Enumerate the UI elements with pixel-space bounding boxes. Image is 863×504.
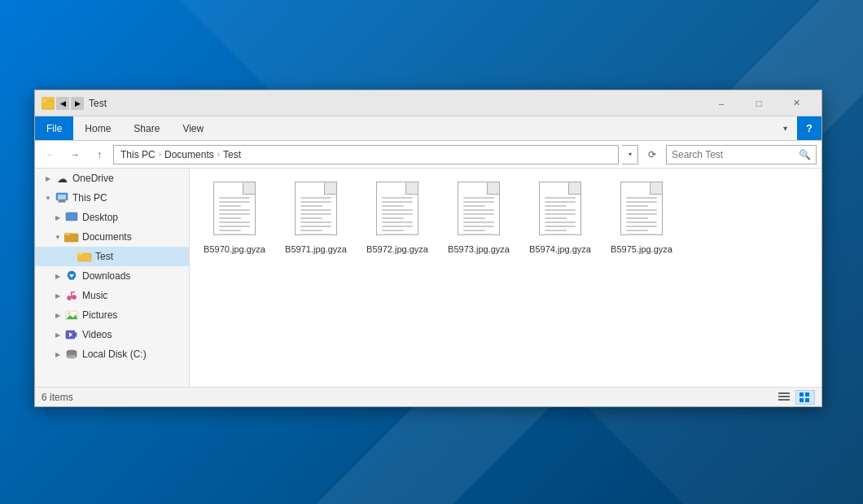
file-name: B5974.jpg.gyza <box>529 243 591 255</box>
file-icon <box>211 182 258 240</box>
desktop-expand-icon[interactable]: ▶ <box>51 211 64 224</box>
svg-rect-31 <box>778 399 790 401</box>
test-folder-icon <box>77 250 92 263</box>
doc-line <box>545 201 576 203</box>
svg-point-15 <box>68 296 72 300</box>
doc-line <box>545 226 576 227</box>
test-expand-icon: ▶ <box>64 250 77 263</box>
svg-rect-34 <box>799 398 804 402</box>
close-button[interactable]: ✕ <box>778 90 815 116</box>
nav-up-button[interactable]: ↑ <box>89 144 110 165</box>
details-view-button[interactable] <box>774 390 794 405</box>
doc-line <box>545 209 576 211</box>
svg-rect-4 <box>58 195 66 199</box>
ribbon-expand-icon[interactable]: ▾ <box>773 116 797 140</box>
search-icon[interactable]: 🔍 <box>799 149 811 160</box>
quick-access-back-icon[interactable]: ◀ <box>56 97 69 110</box>
thispc-icon <box>55 191 69 204</box>
file-icon <box>455 182 502 240</box>
sidebar-item-music[interactable]: ▶ Music <box>35 286 189 305</box>
sidebar-item-test[interactable]: ▶ Test <box>35 247 189 266</box>
tab-home[interactable]: Home <box>73 116 122 140</box>
sidebar-item-onedrive[interactable]: ▶ ☁ OneDrive <box>35 169 189 188</box>
doc-line <box>219 205 241 207</box>
nav-forward-button[interactable]: → <box>64 144 85 165</box>
file-name: B5970.jpg.gyza <box>204 243 265 255</box>
file-item[interactable]: B5975.jpg.gyza <box>605 177 678 260</box>
onedrive-label: OneDrive <box>72 173 114 184</box>
doc-line <box>626 226 657 227</box>
doc-line <box>626 197 657 199</box>
onedrive-icon: ☁ <box>55 172 69 185</box>
downloads-icon <box>64 270 79 283</box>
sidebar-item-videos[interactable]: ▶ Videos <box>35 325 189 344</box>
file-item[interactable]: B5971.jpg.gyza <box>279 177 353 260</box>
doc-line <box>626 234 657 235</box>
doc-line <box>463 201 494 203</box>
svg-rect-5 <box>59 200 65 202</box>
path-documents[interactable]: Documents <box>163 149 216 160</box>
sidebar-item-localdisk[interactable]: ▶ Local Disk (C:) <box>35 344 189 364</box>
minimize-button[interactable]: – <box>703 90 740 116</box>
svg-rect-18 <box>71 291 75 293</box>
file-item[interactable]: B5974.jpg.gyza <box>523 177 597 260</box>
onedrive-expand-icon[interactable]: ▶ <box>42 172 55 185</box>
file-item[interactable]: B5973.jpg.gyza <box>442 177 515 260</box>
search-input[interactable] <box>672 149 795 160</box>
tab-file[interactable]: File <box>35 116 73 140</box>
doc-line <box>382 226 413 227</box>
sidebar-item-thispc[interactable]: ▼ This PC <box>35 188 189 208</box>
doc-line <box>219 209 250 211</box>
downloads-label: Downloads <box>82 270 130 282</box>
pictures-expand-icon[interactable]: ▶ <box>51 309 64 322</box>
sidebar-item-documents[interactable]: ▼ Documents <box>35 227 189 247</box>
svg-rect-30 <box>778 396 790 397</box>
file-icon <box>618 182 665 240</box>
doc-line <box>219 221 250 223</box>
tab-view[interactable]: View <box>171 116 215 140</box>
documents-icon <box>64 230 79 243</box>
pictures-icon <box>64 309 79 322</box>
file-icon <box>292 182 340 240</box>
address-dropdown-button[interactable]: ▾ <box>622 145 638 164</box>
address-path[interactable]: This PC › Documents › Test <box>113 145 619 164</box>
view-buttons <box>774 390 815 405</box>
music-expand-icon[interactable]: ▶ <box>51 289 64 302</box>
path-arrow-1: › <box>159 150 161 159</box>
doc-line <box>463 205 485 207</box>
refresh-button[interactable]: ⟳ <box>642 144 663 165</box>
desktop-label: Desktop <box>82 212 118 223</box>
nav-back-button[interactable]: ← <box>40 144 61 165</box>
downloads-expand-icon[interactable]: ▶ <box>51 270 64 283</box>
file-icon <box>374 182 421 240</box>
doc-line <box>463 226 494 227</box>
large-icons-view-button[interactable] <box>795 390 815 405</box>
file-item[interactable]: B5970.jpg.gyza <box>198 177 271 260</box>
documents-expand-icon[interactable]: ▼ <box>51 230 64 243</box>
doc-line <box>463 197 494 199</box>
videos-icon <box>64 328 79 341</box>
file-name: B5972.jpg.gyza <box>366 243 428 255</box>
sidebar-item-pictures[interactable]: ▶ Pictures <box>35 305 189 325</box>
ribbon-help-button[interactable]: ? <box>797 116 821 140</box>
path-this-pc[interactable]: This PC <box>119 149 157 160</box>
localdisk-icon <box>64 348 79 361</box>
doc-line <box>382 221 413 223</box>
search-box[interactable]: 🔍 <box>666 145 817 164</box>
doc-line <box>545 205 567 207</box>
videos-label: Videos <box>82 329 112 340</box>
thispc-expand-icon[interactable]: ▼ <box>42 191 55 204</box>
sidebar-item-desktop[interactable]: ▶ Desktop <box>35 208 189 227</box>
doc-line <box>545 221 576 223</box>
maximize-button[interactable]: □ <box>740 90 778 116</box>
doc-line <box>545 217 567 219</box>
localdisk-expand-icon[interactable]: ▶ <box>51 348 64 361</box>
sidebar-item-downloads[interactable]: ▶ Downloads <box>35 266 189 286</box>
path-test[interactable]: Test <box>221 149 243 160</box>
videos-expand-icon[interactable]: ▶ <box>51 328 64 341</box>
doc-line <box>300 221 331 223</box>
quick-access-forward-icon[interactable]: ▶ <box>71 97 84 110</box>
file-item[interactable]: B5972.jpg.gyza <box>361 177 434 260</box>
music-label: Music <box>82 290 107 301</box>
tab-share[interactable]: Share <box>122 116 171 140</box>
